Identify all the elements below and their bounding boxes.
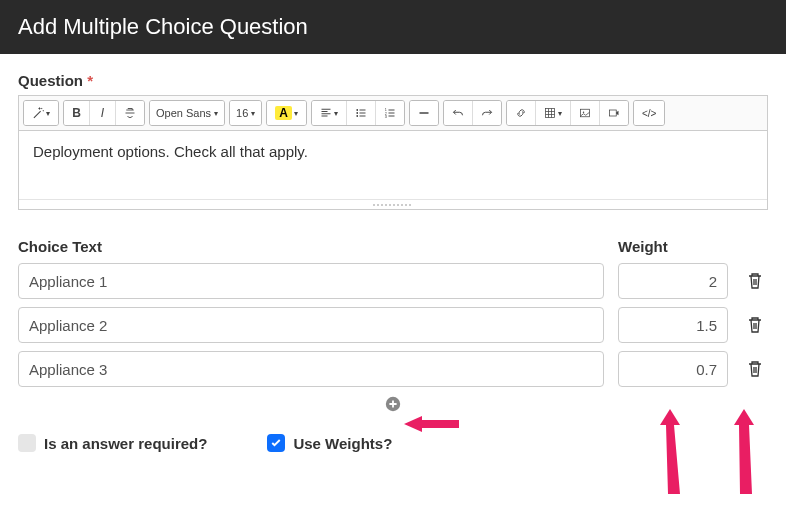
table-button[interactable]: ▾	[536, 101, 571, 125]
bold-button[interactable]: B	[64, 101, 90, 125]
dialog-title: Add Multiple Choice Question	[18, 14, 308, 39]
svg-rect-9	[609, 110, 616, 116]
font-family-select[interactable]: Open Sans▾	[150, 101, 224, 125]
svg-rect-6	[545, 109, 554, 118]
choice-text-header: Choice Text	[18, 238, 604, 255]
dialog-body: Question * ▾ B I Open Sans▾ 16▾ A▾ ▾	[0, 54, 786, 480]
code-view-button[interactable]: </>	[634, 101, 664, 125]
strikethrough-button[interactable]	[116, 101, 144, 125]
font-size-value: 16	[236, 107, 248, 119]
text-color-button[interactable]: A▾	[267, 101, 306, 125]
font-family-value: Open Sans	[156, 107, 211, 119]
weight-header: Weight	[618, 238, 728, 255]
question-label-text: Question	[18, 72, 83, 89]
svg-text:3: 3	[385, 115, 387, 119]
checkbox-unchecked-icon	[18, 434, 36, 452]
svg-point-8	[583, 112, 585, 114]
answer-required-label: Is an answer required?	[44, 435, 207, 452]
question-body-input[interactable]: Deployment options. Check all that apply…	[19, 131, 767, 199]
delete-choice-button[interactable]	[742, 316, 768, 334]
options-row: Is an answer required? Use Weights?	[18, 434, 768, 452]
choice-weight-input[interactable]	[618, 307, 728, 343]
choice-columns-header: Choice Text Weight	[18, 238, 768, 263]
choice-text-input[interactable]	[18, 263, 604, 299]
choice-weight-input[interactable]	[618, 263, 728, 299]
video-button[interactable]	[600, 101, 628, 125]
question-label: Question *	[18, 72, 768, 89]
rich-text-editor: ▾ B I Open Sans▾ 16▾ A▾ ▾ 123	[18, 95, 768, 210]
delete-choice-button[interactable]	[742, 272, 768, 290]
choice-row	[18, 307, 768, 343]
link-button[interactable]	[507, 101, 536, 125]
horizontal-rule-button[interactable]	[410, 101, 438, 125]
svg-point-1	[356, 112, 358, 114]
dialog-header: Add Multiple Choice Question	[0, 0, 786, 54]
magic-wand-button[interactable]: ▾	[24, 101, 58, 125]
undo-button[interactable]	[444, 101, 473, 125]
editor-resize-handle[interactable]	[19, 199, 767, 209]
trash-icon	[747, 360, 763, 378]
image-button[interactable]	[571, 101, 600, 125]
svg-point-0	[356, 109, 358, 111]
font-size-select[interactable]: 16▾	[230, 101, 261, 125]
italic-button[interactable]: I	[90, 101, 116, 125]
add-choice-button[interactable]	[384, 395, 402, 416]
use-weights-label: Use Weights?	[293, 435, 392, 452]
unordered-list-button[interactable]	[347, 101, 376, 125]
trash-icon	[747, 316, 763, 334]
redo-button[interactable]	[473, 101, 501, 125]
required-asterisk: *	[87, 72, 93, 89]
use-weights-checkbox[interactable]: Use Weights?	[267, 434, 392, 452]
align-button[interactable]: ▾	[312, 101, 347, 125]
plus-circle-icon	[384, 395, 402, 413]
editor-toolbar: ▾ B I Open Sans▾ 16▾ A▾ ▾ 123	[19, 96, 767, 131]
choice-text-input[interactable]	[18, 307, 604, 343]
choice-row	[18, 351, 768, 387]
choice-weight-input[interactable]	[618, 351, 728, 387]
answer-required-checkbox[interactable]: Is an answer required?	[18, 434, 207, 452]
trash-icon	[747, 272, 763, 290]
add-choice-row	[18, 395, 768, 416]
choice-text-input[interactable]	[18, 351, 604, 387]
delete-choice-button[interactable]	[742, 360, 768, 378]
svg-point-2	[356, 115, 358, 117]
checkbox-checked-icon	[267, 434, 285, 452]
ordered-list-button[interactable]: 123	[376, 101, 404, 125]
choice-row	[18, 263, 768, 299]
